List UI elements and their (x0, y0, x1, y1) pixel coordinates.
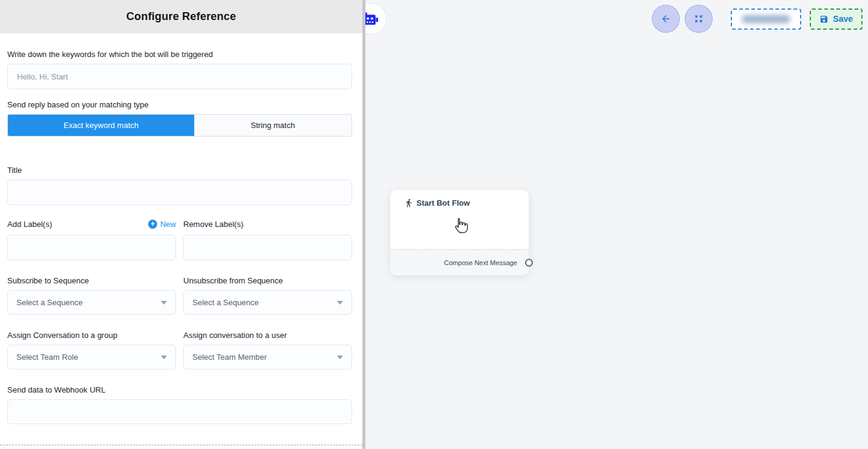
robot-icon (365, 12, 379, 27)
fit-view-icon (694, 14, 704, 24)
matching-type-tabs: Exact keyword match String match (7, 114, 352, 137)
start-bot-flow-node[interactable]: Start Bot Flow Compose Next Message (390, 190, 529, 275)
assign-group-select[interactable]: Select Team Role (7, 345, 176, 370)
node-title: Start Bot Flow (416, 198, 470, 208)
remove-labels-group: Remove Label(s) (183, 218, 352, 260)
panel-header: Configure Reference (0, 0, 362, 33)
assign-user-select[interactable]: Select Team Member (183, 345, 352, 370)
fit-view-button[interactable] (685, 5, 713, 33)
remove-labels-input[interactable] (183, 235, 352, 260)
assign-group-label: Assign Conversation to a group (7, 331, 176, 340)
assign-user-value: Select Team Member (192, 353, 267, 362)
chevron-down-icon (337, 301, 343, 305)
node-footer: Compose Next Message (390, 249, 529, 275)
title-field-group: Title (7, 166, 352, 205)
webhook-field-group: Send data to Webhook URL (7, 385, 352, 424)
add-labels-group: Add Label(s) + New (7, 218, 176, 260)
subscribe-sequence-value: Select a Sequence (16, 298, 83, 307)
flow-canvas[interactable]: Save Start Bot Flow Compose Next Message (365, 0, 868, 449)
subscribe-sequence-select[interactable]: Select a Sequence (7, 290, 176, 315)
plus-icon: + (148, 220, 157, 229)
add-labels-input[interactable] (7, 235, 176, 260)
back-arrow-icon (660, 13, 671, 24)
new-label-button-text: New (160, 220, 176, 229)
save-icon (819, 15, 829, 24)
assign-row: Assign Conversation to a group Select Te… (7, 331, 352, 370)
labels-row: Add Label(s) + New Remove Label(s) (7, 218, 352, 260)
canvas-toolbar: Save (652, 5, 863, 33)
connection-port[interactable] (525, 259, 533, 267)
remove-labels-label: Remove Label(s) (183, 220, 243, 229)
new-label-button[interactable]: + New (148, 220, 176, 229)
page-title: Configure Reference (126, 10, 236, 23)
unsubscribe-sequence-group: Unsubscribe from Sequence Select a Seque… (183, 276, 352, 315)
tab-exact-keyword-match[interactable]: Exact keyword match (8, 115, 194, 136)
blurred-button[interactable] (731, 8, 801, 30)
blurred-label (742, 15, 790, 23)
walk-icon (404, 198, 413, 208)
save-button[interactable]: Save (810, 8, 863, 30)
subscribe-sequence-label: Subscribe to Sequence (7, 276, 176, 285)
back-button[interactable] (652, 5, 680, 33)
compose-next-message-label: Compose Next Message (444, 259, 517, 266)
node-header: Start Bot Flow (390, 190, 529, 208)
assign-user-label: Assign conversation to a user (183, 331, 352, 340)
tab-string-match[interactable]: String match (194, 115, 351, 136)
cursor-pointer-icon (452, 217, 469, 237)
assign-user-group: Assign conversation to a user Select Tea… (183, 331, 352, 370)
matching-type-group: Send reply based on your matching type E… (7, 100, 352, 137)
keywords-field-group: Write down the keywords for which the bo… (7, 50, 352, 89)
bot-flow-builder: Configure Reference Write down the keywo… (0, 0, 868, 449)
save-button-label: Save (833, 14, 853, 24)
unsubscribe-sequence-value: Select a Sequence (192, 298, 259, 307)
title-input[interactable] (7, 180, 352, 205)
webhook-input[interactable] (7, 399, 352, 424)
configure-reference-panel: Configure Reference Write down the keywo… (0, 0, 362, 449)
keywords-label: Write down the keywords for which the bo… (7, 50, 352, 59)
matching-type-label: Send reply based on your matching type (7, 100, 352, 109)
sequence-row: Subscribe to Sequence Select a Sequence … (7, 276, 352, 315)
chevron-down-icon (161, 301, 167, 305)
subscribe-sequence-group: Subscribe to Sequence Select a Sequence (7, 276, 176, 315)
unsubscribe-sequence-select[interactable]: Select a Sequence (183, 290, 352, 315)
unsubscribe-sequence-label: Unsubscribe from Sequence (183, 276, 352, 285)
add-labels-label: Add Label(s) (7, 220, 52, 229)
chevron-down-icon (161, 356, 167, 359)
title-label: Title (7, 166, 352, 175)
assign-group-group: Assign Conversation to a group Select Te… (7, 331, 176, 370)
assign-group-value: Select Team Role (16, 353, 78, 362)
webhook-label: Send data to Webhook URL (7, 385, 352, 394)
panel-bottom-dashed-divider (0, 445, 362, 445)
chevron-down-icon (337, 356, 343, 359)
bot-avatar-button[interactable] (365, 3, 387, 35)
configure-form: Write down the keywords for which the bo… (0, 33, 362, 424)
keywords-input[interactable] (7, 64, 352, 89)
